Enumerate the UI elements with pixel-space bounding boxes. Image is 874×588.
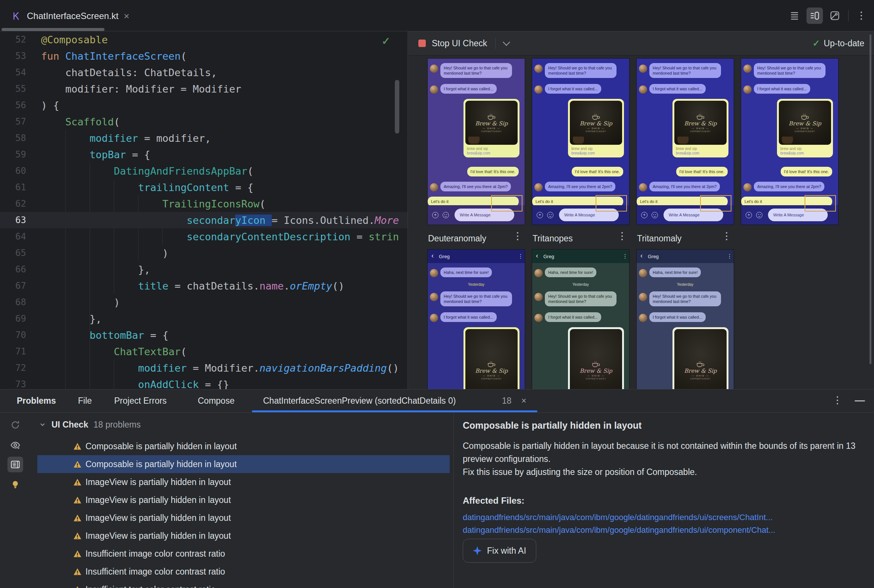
design-view-button[interactable]: [827, 8, 843, 24]
tab-file[interactable]: File: [78, 390, 92, 412]
card-brand-tagline: COFFEETCASIDY: [481, 378, 502, 380]
preview-canvas[interactable]: Hey! Should we go to that cafe you menti…: [408, 55, 874, 389]
affected-file-link[interactable]: datingandfriends/src/main/java/com/ibm/g…: [463, 525, 775, 535]
contact-name: Greg: [439, 254, 450, 259]
code-line: 54 chatDetails: ChatDetails,: [0, 64, 407, 81]
editor-tab[interactable]: ChatInterfaceScreen.kt ×: [8, 7, 133, 26]
stop-ui-check-button[interactable]: Stop UI Check: [432, 38, 487, 48]
code-line: 64 secondaryContentDescription = strin: [0, 228, 407, 245]
problem-item-label: ImageView is partially hidden in layout: [86, 495, 231, 505]
tab-compose[interactable]: Compose: [198, 390, 234, 412]
chevron-down-icon[interactable]: [503, 38, 510, 46]
preview-menu-kebab[interactable]: [517, 232, 518, 240]
code-lines: 52@Composable53fun ChatInterfaceScreen(5…: [0, 32, 407, 389]
problem-item[interactable]: ImageView is partially hidden in layout: [0, 527, 454, 545]
code-line: 59 topBar = {: [0, 146, 407, 163]
card-brand-title: Brew & Sip: [475, 368, 508, 374]
tool-window-options-kebab[interactable]: [833, 396, 842, 404]
problem-item[interactable]: Insufficient text color contrast ratio: [0, 580, 454, 588]
problem-item[interactable]: ImageView is partially hidden in layout: [0, 473, 454, 491]
ide-window: ChatInterfaceScreen.kt × 52@Composable53…: [0, 0, 874, 588]
chat-bubble: I forgot what it was called...: [545, 312, 601, 322]
phone-preview[interactable]: Hey! Should we go to that cafe you menti…: [427, 58, 525, 225]
card-brand-tagline: COFFEETCASIDY: [586, 130, 607, 132]
code-editor[interactable]: 52@Composable53fun ChatInterfaceScreen(5…: [0, 32, 408, 389]
tab-close-icon[interactable]: ×: [123, 11, 129, 21]
card-brand-title: Brew & Sip: [580, 120, 612, 127]
line-number: 63: [0, 215, 39, 225]
avatar: [743, 86, 752, 94]
card-brand-subtitle: — OHID —: [483, 127, 500, 129]
problem-item[interactable]: ImageView is partially hidden in layout: [0, 509, 454, 527]
card-image: Brew & Sip— OHID —COFFEETCASIDY: [466, 329, 518, 389]
problem-item[interactable]: Insufficient image color contrast ratio: [0, 545, 454, 562]
problem-item[interactable]: Composable is partially hidden in layout: [0, 455, 454, 473]
avatar: [639, 183, 647, 191]
minimize-icon[interactable]: [854, 400, 865, 402]
problem-item-label: ImageView is partially hidden in layout: [86, 513, 231, 523]
tab-preview-active[interactable]: ChatInterfaceScreenPreview (sortedChatDe…: [263, 390, 456, 412]
chat-bubble: I forgot what it was called...: [440, 84, 497, 94]
ui-check-highlight: [491, 195, 523, 212]
app-bar-kebab: [520, 254, 521, 259]
editor-scrollbar-thumb[interactable]: [395, 80, 399, 134]
link-preview-card: Brew & Sip— OHID —COFFEETCASIDY: [673, 327, 728, 389]
editor-tab-strip: ChatInterfaceScreen.kt ×: [0, 0, 874, 32]
horizontal-scrollbar-thumb[interactable]: [2, 28, 105, 31]
active-tab-underline: [252, 410, 538, 412]
tree-group-header[interactable]: UI Check 18 problems: [39, 416, 141, 434]
phone-preview[interactable]: Hey! Should we go to that cafe you menti…: [741, 58, 838, 225]
stop-icon: [418, 39, 426, 47]
link-preview-card: Brew & Sip— OHID —COFFEETCASIDYbrew and …: [673, 99, 728, 158]
fix-with-ai-button[interactable]: Fix with AI: [463, 539, 536, 562]
phone-preview[interactable]: ‹GregHaha, next time for sure!YesterdayH…: [532, 249, 629, 389]
line-number: 58: [0, 133, 39, 143]
phone-preview[interactable]: ‹GregHaha, next time for sure!YesterdayH…: [636, 249, 734, 389]
phone-preview[interactable]: Hey! Should we go to that cafe you menti…: [532, 58, 629, 225]
app-bar-kebab: [625, 254, 626, 259]
chat-bubble: I forgot what it was called...: [754, 84, 810, 94]
avatar: [535, 183, 543, 191]
code-line: 58 modifier = modifier,: [0, 130, 407, 146]
problem-item[interactable]: ImageView is partially hidden in layout: [0, 491, 454, 509]
avatar: [430, 269, 438, 277]
editor-options-kebab[interactable]: [857, 12, 866, 20]
chat-bubble: I forgot what it was called...: [649, 84, 706, 94]
preview-scrollbar-thumb[interactable]: [869, 34, 871, 364]
chat-bubble: Haha, next time for sure!: [440, 267, 492, 277]
tree-group-name: UI Check: [51, 420, 88, 430]
inspections-ok-icon[interactable]: ✓: [382, 35, 390, 47]
problem-description-line: Composable is partially hidden in layout…: [463, 440, 859, 466]
phone-app-bar: ‹Greg: [532, 250, 629, 263]
affected-file-link[interactable]: datingandfriends/src/main/java/com/ibm/g…: [463, 513, 772, 522]
chat-bubble: Amazing, I'll see you there at 2pm?: [754, 182, 824, 191]
line-number: 71: [0, 346, 39, 357]
card-brand-subtitle: — OHID —: [796, 127, 814, 129]
split-view-button[interactable]: [806, 8, 823, 24]
refresh-icon[interactable]: [8, 417, 23, 433]
chat-bubble: I forgot what it was called...: [545, 84, 601, 94]
chat-bubble: I'd love that! It's this one.: [572, 167, 623, 177]
avatar: [535, 64, 543, 73]
phone-preview[interactable]: Hey! Should we go to that cafe you menti…: [636, 58, 734, 225]
problem-item[interactable]: Insufficient image color contrast ratio: [0, 562, 454, 580]
preview-menu-kebab[interactable]: [621, 232, 623, 240]
tab-close-icon[interactable]: ×: [521, 390, 526, 412]
code-view-button[interactable]: [786, 8, 803, 24]
chat-bubble: Amazing, I'll see you there at 2pm?: [649, 182, 720, 191]
line-number: 72: [0, 363, 39, 373]
problem-fix-hint: Fix this issue by adjusting the size or …: [463, 466, 859, 478]
preview-config-label: Deuteranomaly: [428, 234, 486, 244]
avatar: [430, 183, 438, 191]
problem-item-label: ImageView is partially hidden in layout: [86, 477, 231, 487]
preview-menu-kebab[interactable]: [726, 232, 727, 240]
avatar: [639, 293, 647, 301]
check-icon: ✓: [812, 38, 820, 48]
back-icon: ‹: [640, 252, 643, 260]
chat-bubble: Hey! Should we go to that cafe you menti…: [754, 63, 826, 78]
tab-project-errors[interactable]: Project Errors: [114, 390, 167, 412]
preview-config-label: Tritanopes: [533, 234, 573, 244]
line-number: 60: [0, 166, 39, 176]
phone-preview[interactable]: ‹GregHaha, next time for sure!YesterdayH…: [427, 249, 525, 389]
problem-item[interactable]: Composable is partially hidden in layout: [0, 437, 454, 455]
